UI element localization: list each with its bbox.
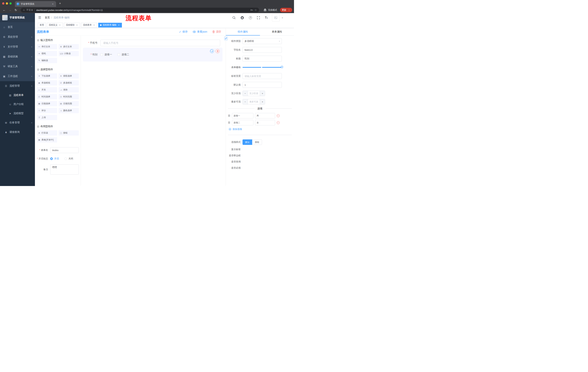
min-select-placeholder[interactable]: 至少应选 — [248, 91, 260, 96]
palette-component[interactable]: ✎ 编辑器 — [37, 58, 57, 63]
palette-component[interactable]: ‒• 滑块 — [59, 87, 79, 93]
palette-component[interactable]: ◉ 单选框组 — [37, 80, 57, 85]
back-icon[interactable]: ← — [2, 8, 7, 12]
font-size-icon[interactable]: TT — [265, 16, 268, 19]
tag-close-icon[interactable]: × — [93, 24, 95, 26]
tag-close-icon[interactable]: × — [76, 24, 78, 26]
palette-component[interactable]: ▾ 下拉选择 — [37, 73, 57, 79]
stepper-increase-button[interactable]: + — [260, 91, 265, 96]
drag-handle-icon[interactable]: ☰ — [228, 114, 230, 117]
palette-component[interactable]: ⊞ 行容器 — [37, 130, 57, 136]
palette-component[interactable]: 123 计数器 — [59, 51, 79, 56]
palette-component[interactable]: ▭ 单行文本 — [37, 44, 57, 49]
form-name-input[interactable] — [50, 147, 79, 153]
style-default-button[interactable]: 默认 — [242, 139, 252, 145]
sidebar-item-process-model[interactable]: ➤ 流程模型 — [0, 109, 35, 118]
checkbox-option-1[interactable]: 选项一 — [100, 53, 112, 56]
forward-icon[interactable]: → — [8, 8, 12, 12]
palette-component[interactable]: ≣ 多行文本 — [59, 44, 79, 49]
tab-close-icon[interactable]: × — [51, 2, 54, 5]
radio-on[interactable]: 开启 — [50, 157, 59, 160]
sidebar-toggle-icon[interactable]: ☰ — [37, 16, 42, 20]
option-label-input[interactable] — [232, 120, 253, 125]
palette-component[interactable]: ⋔ 级联选择 — [59, 73, 79, 79]
help-icon[interactable]: ? — [249, 16, 252, 19]
option-value-input[interactable] — [255, 120, 275, 125]
remove-option-icon[interactable] — [277, 121, 280, 124]
sidebar-item-process-mgmt[interactable]: ☰ 流程管理 ∧ — [0, 81, 35, 91]
save-button[interactable]: ✓ 保存 — [179, 30, 188, 33]
slider-track[interactable] — [242, 67, 282, 68]
palette-component[interactable]: ▤ 日期范围 — [59, 101, 79, 106]
drag-handle-icon[interactable]: ☰ — [228, 121, 230, 124]
slider-handle[interactable] — [281, 66, 283, 68]
sidebar-item-task-mgmt[interactable]: ⊞ 任务管理 ∨ — [0, 118, 35, 128]
browser-tab[interactable]: 芋道管理系统 × — [15, 1, 56, 7]
style-button-button[interactable]: 按钮 — [252, 139, 262, 145]
tag-close-icon[interactable]: × — [59, 24, 61, 26]
palette-component[interactable]: ▦ 日期选择 — [37, 101, 57, 106]
user-menu-caret-icon[interactable]: ∨ — [282, 17, 283, 19]
link-badge-button[interactable] — [224, 36, 228, 40]
radio-off[interactable]: 关闭 — [64, 157, 73, 160]
tab-component-props[interactable]: 组件属性 — [226, 28, 260, 35]
breadcrumb-home[interactable]: 首页 — [45, 16, 50, 19]
remove-option-icon[interactable] — [277, 114, 280, 117]
add-option-button[interactable]: 添加选项 — [229, 128, 294, 131]
password-key-icon[interactable] — [250, 9, 253, 11]
drawing-canvas[interactable]: 手机号 性 — [81, 36, 226, 186]
palette-component[interactable]: ◑ 颜色选择 — [59, 108, 79, 113]
new-tab-button[interactable]: + — [57, 1, 63, 6]
option-label-input[interactable] — [232, 113, 253, 118]
palette-component[interactable]: ◴ 时间选择 — [37, 94, 57, 99]
fullscreen-icon[interactable] — [257, 16, 260, 19]
delete-component-button[interactable] — [216, 49, 220, 53]
stepper-increase-button[interactable]: + — [260, 99, 265, 104]
palette-component[interactable]: ↥ 上传 — [37, 115, 57, 120]
sidebar-item-leave-query[interactable]: ♟ 请假查询 — [0, 128, 35, 137]
tag-close-icon[interactable]: × — [117, 24, 120, 26]
palette-component[interactable]: ▢ 按钮 — [59, 130, 79, 136]
maximize-window-button[interactable] — [10, 2, 12, 5]
checkbox-option-2[interactable]: 选项二 — [117, 53, 129, 56]
tag-process-model[interactable]: 流程模型 × — [64, 23, 80, 28]
sidebar-item-process-form[interactable]: ▤ 流程表单 — [0, 91, 35, 100]
sidebar-item-devtools[interactable]: ⚒ 研发工具 ∨ — [0, 62, 35, 71]
bookmark-star-icon[interactable]: ☆ — [254, 8, 257, 12]
sidebar-item-user-group[interactable]: ☺ 用户分组 — [0, 100, 35, 109]
tag-home[interactable]: 首页 — [38, 23, 46, 28]
grid-slider[interactable] — [242, 64, 282, 70]
palette-component[interactable]: ☆ 评分 — [37, 108, 57, 113]
max-select-placeholder[interactable]: 最多可选 — [248, 99, 260, 104]
reload-icon[interactable]: ↻ — [13, 8, 18, 12]
phone-input[interactable] — [100, 40, 220, 46]
palette-component[interactable]: ▦ 表格[开发中] — [37, 137, 57, 142]
option-value-input[interactable] — [255, 113, 275, 118]
github-icon[interactable] — [241, 16, 244, 20]
avatar[interactable] — [272, 14, 280, 21]
view-json-button[interactable]: 查看json — [193, 30, 207, 33]
sidebar-item-infra[interactable]: ▦ 基础设施 ∨ — [0, 52, 35, 62]
browser-update-button[interactable]: 更新 ⋮ — [280, 8, 292, 12]
minimize-window-button[interactable] — [6, 2, 8, 5]
palette-component[interactable]: ∗ 密码 — [37, 51, 57, 56]
component-type-select[interactable]: 多选框组 ∨ — [242, 38, 282, 44]
default-value-input[interactable] — [242, 82, 282, 88]
form-remark-textarea[interactable]: 嘿嘿 — [50, 164, 79, 175]
search-icon[interactable] — [232, 16, 236, 19]
sidebar-item-workflow[interactable]: ▣ 工作流程 ∧ — [0, 71, 35, 81]
copy-component-button[interactable] — [210, 49, 214, 53]
stepper-decrease-button[interactable]: − — [243, 99, 248, 104]
clear-button[interactable]: 清空 — [212, 30, 221, 33]
gender-field-block-selected[interactable]: 性别 选项一 选项二 — [83, 48, 222, 62]
title-input[interactable] — [242, 56, 282, 62]
phone-field-row[interactable]: 手机号 — [83, 40, 222, 46]
close-window-button[interactable] — [2, 2, 4, 5]
palette-component[interactable]: ◐ 开关 — [37, 87, 57, 93]
sidebar-item-system[interactable]: ⚙ 系统管理 ∨ — [0, 32, 35, 42]
sidebar-item-home[interactable]: ⌂ 首页 — [0, 22, 35, 32]
tag-process-definition[interactable]: 流程定义 × — [47, 23, 63, 28]
tag-process-form-edit[interactable]: 流程表单-编辑 × — [98, 23, 122, 28]
address-bar[interactable]: ⚠ 不安全 dashboard.yudao.iocoder.cn/bpm/man… — [21, 8, 259, 12]
sidebar-item-payment[interactable]: ¥ 支付管理 ∨ — [0, 42, 35, 52]
